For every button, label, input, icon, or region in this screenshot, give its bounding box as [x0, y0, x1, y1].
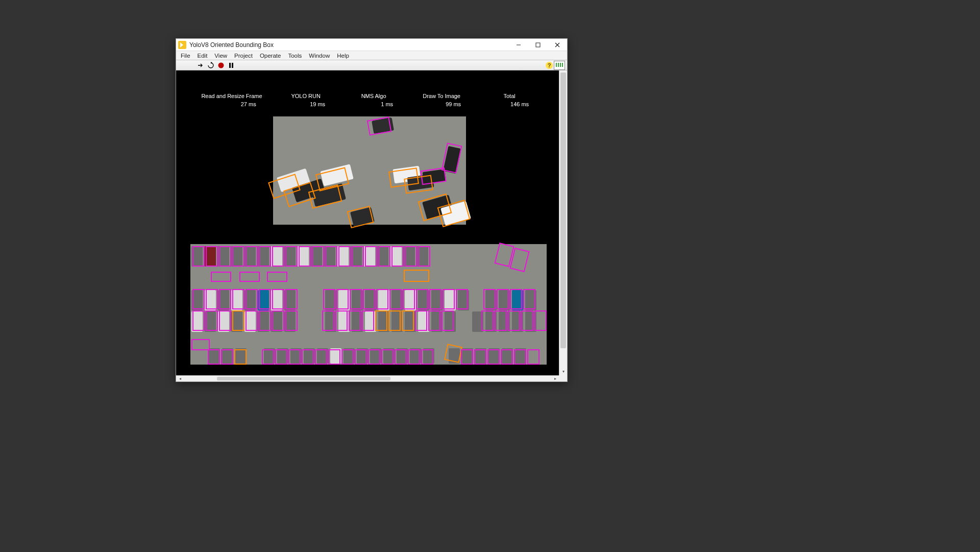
perf-readout: Read and Resize Frame 27 ms YOLO RUN 19 … [176, 93, 559, 107]
detection-box [378, 246, 390, 267]
detection-box [510, 289, 522, 309]
detection-box [416, 289, 428, 309]
close-button[interactable] [548, 39, 567, 51]
run-arrow-icon[interactable] [197, 61, 205, 69]
detection-box [232, 246, 244, 267]
detection-box [442, 310, 454, 331]
detection-box [234, 349, 247, 365]
detection-box [192, 289, 205, 309]
client-area: Read and Resize Frame 27 ms YOLO RUN 19 … [176, 70, 567, 381]
detection-box [429, 289, 442, 309]
scroll-down-icon[interactable]: ▾ [559, 368, 567, 375]
menu-window[interactable]: Window [305, 53, 333, 59]
horizontal-scrollbar[interactable]: ◂ ▸ [176, 375, 559, 381]
detection-box [404, 270, 429, 282]
instrument-icon[interactable] [554, 61, 565, 70]
toolbar: ? [176, 60, 567, 70]
hscroll-thumb[interactable] [217, 377, 390, 380]
detection-box [322, 310, 334, 331]
detection-box [483, 289, 496, 309]
detection-box [246, 310, 258, 331]
detection-box [221, 349, 233, 365]
detection-box [527, 349, 540, 365]
detection-box [421, 349, 433, 365]
detection-box [325, 246, 337, 267]
detection-box [375, 310, 387, 331]
scroll-left-icon[interactable]: ◂ [176, 376, 184, 381]
detection-box [239, 272, 260, 282]
detection-box [259, 289, 271, 309]
detection-box [285, 246, 298, 267]
detection-box [208, 349, 220, 365]
run-continuous-icon[interactable] [207, 61, 215, 69]
detection-box [312, 246, 324, 267]
detection-box [267, 272, 287, 282]
detection-box [487, 349, 500, 365]
detection-box [328, 349, 340, 365]
detection-box [262, 349, 274, 365]
perf-read: Read and Resize Frame 27 ms [201, 93, 262, 107]
detection-box [259, 246, 271, 267]
perf-yolo: YOLO RUN 19 ms [282, 93, 330, 107]
detection-box [192, 310, 205, 331]
perf-nms: NMS Algo 1 ms [350, 93, 398, 107]
detection-box [285, 289, 298, 309]
detection-box [299, 246, 311, 267]
vertical-scrollbar[interactable]: ▴ ▾ [559, 70, 567, 375]
perf-draw-value: 99 ms [418, 101, 466, 107]
perf-total: Total 146 ms [485, 93, 534, 107]
detection-box [211, 272, 231, 282]
menu-file[interactable]: File [177, 53, 194, 59]
detection-box [355, 349, 367, 365]
detection-box [206, 246, 218, 267]
detection-box [288, 349, 301, 365]
detection-box [388, 310, 401, 331]
menu-view[interactable]: View [211, 53, 231, 59]
detection-box [381, 349, 394, 365]
menu-tools[interactable]: Tools [284, 53, 305, 59]
detection-box [514, 349, 526, 365]
detection-box [501, 349, 513, 365]
perf-draw-label: Draw To Image [418, 93, 466, 99]
detection-box [456, 289, 468, 309]
detection-box [497, 289, 509, 309]
svg-rect-5 [229, 63, 231, 68]
detection-box [508, 310, 520, 331]
minimize-button[interactable] [509, 39, 528, 51]
detection-box [302, 349, 314, 365]
detection-box [534, 310, 547, 331]
detection-box [523, 289, 535, 309]
detection-box [246, 246, 258, 267]
detection-box [315, 349, 327, 365]
menu-help[interactable]: Help [333, 53, 353, 59]
menu-operate[interactable]: Operate [256, 53, 285, 59]
maximize-button[interactable] [528, 39, 548, 51]
detection-box [367, 116, 392, 135]
detection-box [219, 310, 231, 331]
scroll-right-icon[interactable]: ▸ [551, 376, 559, 381]
menu-edit[interactable]: Edit [194, 53, 211, 59]
abort-icon[interactable] [217, 61, 225, 69]
detection-box [232, 289, 244, 309]
detection-box [338, 246, 351, 267]
detection-box [191, 339, 210, 350]
detection-box [391, 246, 404, 267]
svg-point-4 [218, 62, 224, 68]
svg-rect-1 [536, 43, 540, 47]
titlebar[interactable]: YoloV8 Oriented Bounding Box [176, 39, 567, 51]
pause-icon[interactable] [227, 61, 235, 69]
vscroll-thumb[interactable] [560, 73, 566, 348]
detection-box [402, 310, 414, 331]
detection-box [495, 310, 507, 331]
detection-box [428, 310, 440, 331]
perf-total-value: 146 ms [485, 101, 534, 107]
app-icon [178, 41, 186, 49]
perf-read-label: Read and Resize Frame [201, 93, 262, 99]
help-icon[interactable]: ? [546, 62, 553, 69]
menu-project[interactable]: Project [231, 53, 256, 59]
detection-box [259, 310, 271, 331]
detection-box [395, 349, 407, 365]
perf-read-value: 27 ms [201, 101, 262, 107]
detection-box [341, 349, 354, 365]
detection-box [389, 289, 402, 309]
